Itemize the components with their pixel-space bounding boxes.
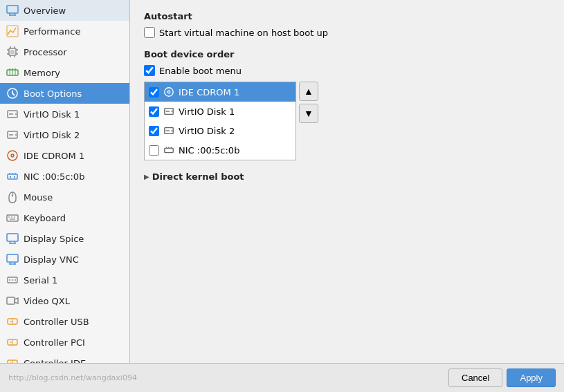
boot-item-label-ide-cdrom-1: IDE CDROM 1	[179, 87, 239, 97]
boot-down-button[interactable]: ▼	[299, 104, 318, 123]
sidebar-item-performance[interactable]: Performance	[0, 21, 129, 41]
sidebar-item-display-vnc[interactable]: Display VNC	[0, 249, 129, 270]
boot-item-ide-cdrom-1[interactable]: IDE CDROM 1	[145, 82, 295, 102]
sidebar-item-label-serial-1: Serial 1	[24, 275, 124, 286]
sidebar-item-label-boot-options: Boot Options	[24, 88, 124, 99]
sidebar-item-label-mouse: Mouse	[24, 192, 124, 203]
direct-kernel-label: Direct kernel boot	[152, 171, 244, 182]
svg-point-76	[171, 130, 173, 132]
direct-kernel-expander[interactable]: ▶ Direct kernel boot	[144, 171, 550, 182]
main-container: OverviewPerformanceProcessorMemoryBoot O…	[0, 0, 564, 363]
sidebar-item-label-memory: Memory	[24, 68, 124, 78]
cancel-button[interactable]: Cancel	[448, 368, 502, 387]
memory-icon	[6, 66, 19, 80]
boot-item-icon-nic	[163, 144, 175, 156]
display-vnc-icon	[6, 252, 19, 266]
svg-point-71	[167, 91, 170, 93]
ide-cdrom-1-icon	[6, 149, 19, 162]
sidebar-item-boot-options[interactable]: Boot Options	[0, 83, 129, 104]
sidebar-item-video-qxl[interactable]: Video QXL	[0, 290, 129, 311]
boot-item-checkbox-virtio-disk-1[interactable]	[149, 106, 159, 117]
boot-up-button[interactable]: ▲	[299, 82, 318, 101]
enable-boot-menu-row: Enable boot menu	[144, 65, 550, 76]
boot-device-order-label: Boot device order	[144, 49, 550, 59]
watermark: http://blog.csdn.net/wangdaxi094	[8, 373, 444, 382]
svg-rect-38	[10, 176, 11, 178]
sidebar-item-label-performance: Performance	[24, 26, 124, 37]
svg-rect-44	[11, 216, 12, 218]
sidebar-item-label-virtio-disk-2: VirtIO Disk 2	[24, 130, 124, 140]
svg-rect-6	[10, 50, 15, 54]
sidebar-item-label-keyboard: Keyboard	[24, 213, 124, 223]
sidebar-item-label-controller-usb: Controller USB	[24, 317, 124, 327]
controller-usb-icon	[6, 315, 19, 328]
processor-icon	[6, 45, 19, 59]
enable-boot-menu-checkbox[interactable]	[144, 65, 155, 76]
sidebar-item-virtio-disk-2[interactable]: VirtIO Disk 2	[0, 124, 129, 145]
sidebar-item-label-controller-pci: Controller PCI	[24, 337, 124, 348]
svg-rect-34	[8, 174, 17, 179]
sidebar-item-controller-ide[interactable]: Controller IDE	[0, 353, 129, 363]
svg-rect-4	[7, 26, 18, 37]
boot-arrow-buttons: ▲ ▼	[299, 82, 318, 123]
boot-options-icon	[6, 86, 19, 100]
boot-list-container: IDE CDROM 1VirtIO Disk 1VirtIO Disk 2NIC…	[144, 82, 550, 160]
svg-rect-78	[165, 148, 173, 152]
autostart-checkbox[interactable]	[144, 27, 155, 38]
svg-rect-46	[10, 218, 15, 220]
boot-item-checkbox-ide-cdrom-1[interactable]	[149, 87, 159, 97]
virtio-disk-2-icon	[6, 128, 19, 142]
sidebar-item-label-video-qxl: Video QXL	[24, 296, 124, 306]
content-area: Autostart Start virtual machine on host …	[130, 0, 564, 363]
boot-device-section: Boot device order Enable boot menu IDE C…	[144, 49, 550, 160]
boot-item-checkbox-nic[interactable]	[149, 145, 159, 156]
svg-rect-0	[7, 6, 18, 13]
boot-item-icon-ide-cdrom-1	[163, 86, 175, 98]
sidebar-item-processor[interactable]: Processor	[0, 41, 129, 62]
sidebar-item-label-display-spice: Display Spice	[24, 234, 124, 244]
sidebar-item-memory[interactable]: Memory	[0, 62, 129, 83]
boot-item-label-virtio-disk-1: VirtIO Disk 1	[179, 106, 235, 117]
svg-rect-51	[7, 254, 18, 262]
svg-rect-42	[7, 215, 18, 221]
sidebar-item-display-spice[interactable]: Display Spice	[0, 228, 129, 249]
sidebar-item-label-nic: NIC :00:5c:0b	[24, 171, 124, 182]
sidebar-item-controller-pci[interactable]: Controller PCI	[0, 332, 129, 353]
controller-pci-icon	[6, 335, 19, 349]
svg-point-27	[15, 113, 17, 115]
svg-point-73	[171, 111, 173, 113]
sidebar-item-ide-cdrom-1[interactable]: IDE CDROM 1	[0, 145, 129, 166]
svg-marker-60	[15, 298, 18, 304]
autostart-label: Autostart	[144, 11, 550, 21]
apply-button[interactable]: Apply	[507, 368, 556, 387]
svg-point-70	[165, 88, 173, 96]
boot-item-checkbox-virtio-disk-2[interactable]	[149, 126, 159, 136]
controller-ide-icon	[6, 356, 19, 363]
enable-boot-menu-label[interactable]: Enable boot menu	[159, 66, 242, 76]
sidebar-item-overview[interactable]: Overview	[0, 0, 129, 21]
sidebar-item-nic[interactable]: NIC :00:5c:0b	[0, 166, 129, 187]
performance-icon	[6, 24, 19, 38]
sidebar-item-label-virtio-disk-1: VirtIO Disk 1	[24, 109, 124, 120]
svg-rect-45	[14, 216, 15, 218]
sidebar-item-label-processor: Processor	[24, 47, 124, 57]
sidebar-item-controller-usb[interactable]: Controller USB	[0, 311, 129, 332]
boot-item-virtio-disk-1[interactable]: VirtIO Disk 1	[145, 102, 295, 121]
video-qxl-icon	[6, 294, 19, 308]
sidebar-item-mouse[interactable]: Mouse	[0, 187, 129, 207]
sidebar-item-keyboard[interactable]: Keyboard	[0, 207, 129, 228]
display-spice-icon	[6, 232, 19, 245]
svg-point-30	[15, 134, 17, 136]
svg-rect-39	[14, 176, 15, 178]
sidebar-item-virtio-disk-1[interactable]: VirtIO Disk 1	[0, 104, 129, 124]
boot-item-virtio-disk-2[interactable]: VirtIO Disk 2	[145, 121, 295, 140]
svg-point-56	[9, 279, 10, 281]
boot-item-nic[interactable]: NIC :00:5c:0b	[145, 140, 295, 160]
virtio-disk-1-icon	[6, 107, 19, 121]
sidebar-item-serial-1[interactable]: Serial 1	[0, 270, 129, 290]
boot-item-icon-virtio-disk-2	[163, 124, 175, 137]
expander-arrow-icon: ▶	[144, 173, 149, 180]
autostart-checkbox-label[interactable]: Start virtual machine on host boot up	[159, 28, 328, 38]
serial-1-icon	[6, 273, 19, 287]
nic-icon	[6, 169, 19, 183]
